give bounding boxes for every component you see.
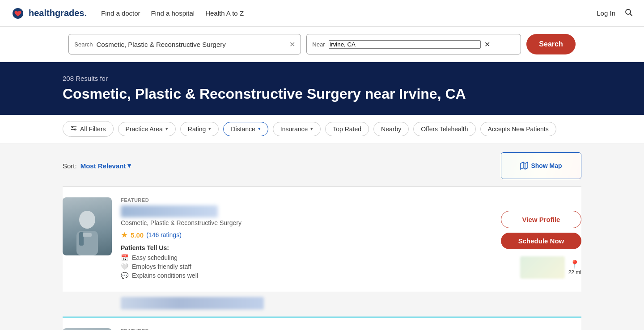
results-header: 208 Results for Cosmetic, Plastic & Reco… [0, 62, 644, 115]
near-clear-button[interactable]: ✕ [484, 40, 490, 49]
chevron-down-icon: ▾ [208, 126, 211, 132]
healthgrades-logo-icon [11, 6, 25, 21]
view-profile-button-1[interactable]: View Profile [501, 211, 581, 228]
doctor-info-1: FEATURED ████████████ Cosmetic, Plastic … [121, 197, 487, 281]
results-title: Cosmetic, Plastic & Reconstructive Surge… [63, 86, 581, 102]
search-submit-button[interactable]: Search [526, 34, 575, 54]
doctor-info-2: FEATURED ████████████ Cosmetic, Plastic … [121, 328, 487, 330]
search-field[interactable]: Search ✕ [68, 34, 301, 54]
filter-nearby[interactable]: Nearby [373, 122, 409, 136]
svg-point-5 [75, 129, 76, 130]
distance-info-1: 📍 22 mi [520, 256, 581, 279]
sort-label: Sort: [63, 162, 77, 170]
distance-map-thumbnail-1 [520, 256, 565, 279]
sort-bar: Sort: Most Relevant ▾ Show Map [63, 152, 581, 179]
filter-icon [70, 125, 77, 133]
doctor-rating-1: ★ 5.00 (146 ratings) [121, 230, 487, 240]
chevron-down-icon: ▾ [165, 126, 168, 132]
near-input[interactable] [329, 40, 481, 49]
logo-text: healthgrades. [29, 8, 87, 18]
search-icon [624, 8, 633, 17]
results-count: 208 Results for [63, 75, 581, 82]
doctor-card: FEATURED ████████████ Cosmetic, Plastic … [63, 187, 581, 292]
header-right: Log In [597, 8, 633, 19]
sliders-icon [70, 125, 77, 132]
sort-value-text: Most Relevant [80, 162, 126, 170]
svg-rect-12 [83, 233, 92, 237]
doctor-avatar-2 [63, 328, 112, 330]
search-bar: Search ✕ Near ✕ Search [0, 27, 644, 62]
main-content: Sort: Most Relevant ▾ Show Map [0, 143, 644, 330]
filter-distance[interactable]: Distance ▾ [223, 122, 268, 136]
show-map-button[interactable]: Show Map [501, 152, 581, 179]
all-filters-label: All Filters [80, 125, 106, 133]
search-clear-button[interactable]: ✕ [289, 40, 295, 49]
nav-find-hospital[interactable]: Find a hospital [151, 9, 195, 17]
login-button[interactable]: Log In [597, 9, 615, 17]
filter-rating[interactable]: Rating ▾ [180, 122, 219, 136]
filter-practice-area[interactable]: Practice Area ▾ [118, 122, 176, 136]
doctor-name-1[interactable]: ████████████ [121, 205, 218, 217]
feedback-item-2: 🤍 Employs friendly staff [121, 263, 487, 270]
doctor-specialty-1: Cosmetic, Plastic & Reconstructive Surge… [121, 219, 487, 226]
filter-top-rated[interactable]: Top Rated [325, 122, 369, 136]
feedback-item-3: 💬 Explains conditions well [121, 272, 487, 279]
schedule-button-1[interactable]: Schedule Now [501, 233, 581, 249]
doctor-avatar-1 [63, 197, 112, 255]
svg-marker-6 [521, 162, 528, 169]
rating-count-1: (146 ratings) [146, 231, 182, 238]
practice-area-label: Practice Area [126, 125, 163, 133]
heart-icon: 🤍 [121, 263, 128, 270]
svg-point-9 [79, 211, 95, 229]
svg-point-4 [72, 126, 73, 128]
chevron-down-icon: ▾ [310, 126, 313, 132]
near-field[interactable]: Near ✕ [306, 34, 521, 54]
patients-tell-1: Patients Tell Us: [121, 244, 487, 251]
rating-label: Rating [188, 125, 206, 133]
person-silhouette [69, 206, 105, 255]
chevron-down-icon: ▾ [258, 126, 261, 132]
filter-telehealth[interactable]: Offers Telehealth [413, 122, 475, 136]
sort-chevron-icon: ▾ [127, 162, 131, 170]
header: healthgrades. Find a doctor Find a hospi… [0, 0, 644, 27]
featured-badge-2: FEATURED [121, 328, 487, 330]
sort-left: Sort: Most Relevant ▾ [63, 162, 131, 170]
search-bar-inner: Search ✕ Near ✕ Search [68, 34, 575, 54]
location-pin-icon: 📍 [570, 259, 580, 269]
filter-insurance[interactable]: Insurance ▾ [273, 122, 321, 136]
search-input[interactable] [97, 41, 286, 48]
filter-all-filters[interactable]: All Filters [63, 121, 114, 137]
near-label: Near [312, 41, 325, 48]
doctor-actions-2: View Profile Schedule Now [496, 328, 581, 330]
search-field-label: Search [74, 41, 93, 48]
feedback-text-3: Explains conditions well [132, 272, 198, 279]
insurance-label: Insurance [280, 125, 308, 133]
distance-text-1: 22 mi [568, 269, 581, 276]
sort-value[interactable]: Most Relevant ▾ [80, 162, 131, 170]
svg-line-1 [630, 13, 632, 16]
nav-health-az[interactable]: Health A to Z [205, 9, 244, 17]
search-icon-button[interactable] [624, 8, 633, 19]
distance-label: Distance [231, 125, 255, 133]
show-map-label: Show Map [531, 162, 562, 169]
nav-find-doctor[interactable]: Find a doctor [101, 9, 140, 17]
feedback-text-1: Easy scheduling [132, 254, 178, 261]
logo[interactable]: healthgrades. [11, 6, 87, 21]
filter-new-patients[interactable]: Accepts New Patients [480, 122, 556, 136]
map-preview: Show Map [501, 153, 581, 179]
filters-bar: All Filters Practice Area ▾ Rating ▾ Dis… [0, 115, 644, 143]
header-left: healthgrades. Find a doctor Find a hospi… [11, 6, 244, 21]
map-icon [520, 162, 528, 170]
doctor-card-2: FEATURED ████████████ Cosmetic, Plastic … [63, 317, 581, 330]
feedback-text-2: Employs friendly staff [132, 263, 191, 270]
calendar-icon: 📅 [121, 254, 128, 261]
main-nav: Find a doctor Find a hospital Health A t… [101, 9, 244, 17]
featured-badge-1: FEATURED [121, 197, 487, 203]
doctor-actions-1: View Profile Schedule Now 📍 22 mi [496, 197, 581, 279]
star-icon: ★ [121, 230, 128, 240]
chat-icon: 💬 [121, 272, 128, 279]
rating-score-1: 5.00 [131, 231, 144, 239]
distance-badge-1: 📍 22 mi [568, 259, 581, 276]
feedback-item-1: 📅 Easy scheduling [121, 254, 487, 261]
